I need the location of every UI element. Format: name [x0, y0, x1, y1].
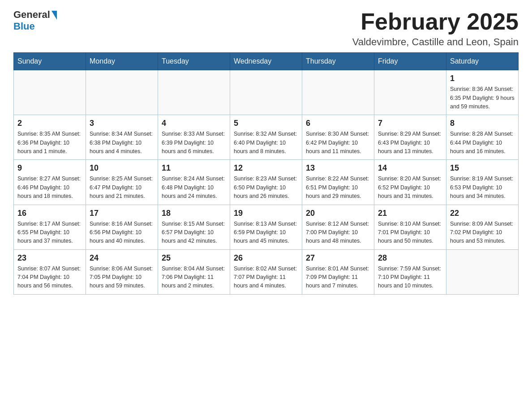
calendar-cell — [230, 70, 302, 115]
day-number: 25 — [162, 253, 226, 263]
day-number: 8 — [450, 119, 515, 128]
calendar-cell: 26Sunrise: 8:02 AM Sunset: 7:07 PM Dayli… — [230, 249, 302, 294]
calendar-cell: 6Sunrise: 8:30 AM Sunset: 6:42 PM Daylig… — [302, 115, 374, 160]
day-info: Sunrise: 8:04 AM Sunset: 7:06 PM Dayligh… — [162, 265, 226, 291]
day-info: Sunrise: 8:30 AM Sunset: 6:42 PM Dayligh… — [306, 130, 370, 156]
calendar-cell: 7Sunrise: 8:29 AM Sunset: 6:43 PM Daylig… — [374, 115, 446, 160]
day-number: 2 — [17, 119, 82, 128]
calendar-cell: 2Sunrise: 8:35 AM Sunset: 6:36 PM Daylig… — [14, 115, 86, 160]
day-info: Sunrise: 8:20 AM Sunset: 6:52 PM Dayligh… — [378, 175, 442, 201]
calendar-cell: 28Sunrise: 7:59 AM Sunset: 7:10 PM Dayli… — [374, 249, 446, 294]
day-number: 13 — [306, 163, 370, 173]
day-info: Sunrise: 8:23 AM Sunset: 6:50 PM Dayligh… — [234, 175, 298, 201]
day-info: Sunrise: 8:10 AM Sunset: 7:01 PM Dayligh… — [378, 220, 442, 246]
day-number: 24 — [90, 253, 154, 263]
calendar-cell — [374, 70, 446, 115]
calendar-cell — [302, 70, 374, 115]
page-header: General Blue February 2025 Valdevimbre, … — [13, 9, 519, 48]
calendar-cell: 5Sunrise: 8:32 AM Sunset: 6:40 PM Daylig… — [230, 115, 302, 160]
day-number: 18 — [162, 209, 226, 218]
calendar-cell — [158, 70, 230, 115]
day-info: Sunrise: 8:29 AM Sunset: 6:43 PM Dayligh… — [378, 130, 442, 156]
calendar-cell: 1Sunrise: 8:36 AM Sunset: 6:35 PM Daylig… — [446, 70, 519, 115]
day-info: Sunrise: 8:32 AM Sunset: 6:40 PM Dayligh… — [234, 130, 298, 156]
day-info: Sunrise: 8:22 AM Sunset: 6:51 PM Dayligh… — [306, 175, 370, 201]
day-info: Sunrise: 8:33 AM Sunset: 6:39 PM Dayligh… — [162, 130, 226, 156]
day-info: Sunrise: 7:59 AM Sunset: 7:10 PM Dayligh… — [378, 265, 442, 291]
day-number: 1 — [450, 74, 515, 83]
calendar-cell: 13Sunrise: 8:22 AM Sunset: 6:51 PM Dayli… — [302, 160, 374, 205]
title-block: February 2025 Valdevimbre, Castille and … — [352, 9, 519, 48]
logo-general-text: General — [13, 9, 50, 21]
calendar-cell: 10Sunrise: 8:25 AM Sunset: 6:47 PM Dayli… — [86, 160, 158, 205]
day-number: 22 — [450, 209, 515, 218]
day-number: 26 — [234, 253, 298, 263]
day-number: 21 — [378, 209, 442, 218]
calendar-cell: 24Sunrise: 8:06 AM Sunset: 7:05 PM Dayli… — [86, 249, 158, 294]
calendar-week-2: 2Sunrise: 8:35 AM Sunset: 6:36 PM Daylig… — [14, 115, 519, 160]
calendar-cell: 15Sunrise: 8:19 AM Sunset: 6:53 PM Dayli… — [446, 160, 519, 205]
day-number: 9 — [17, 163, 82, 173]
day-number: 4 — [162, 119, 226, 128]
day-info: Sunrise: 8:12 AM Sunset: 7:00 PM Dayligh… — [306, 220, 370, 246]
calendar-cell — [14, 70, 86, 115]
calendar-cell: 17Sunrise: 8:16 AM Sunset: 6:56 PM Dayli… — [86, 205, 158, 249]
calendar-cell: 8Sunrise: 8:28 AM Sunset: 6:44 PM Daylig… — [446, 115, 519, 160]
day-info: Sunrise: 8:15 AM Sunset: 6:57 PM Dayligh… — [162, 220, 226, 246]
calendar-week-5: 23Sunrise: 8:07 AM Sunset: 7:04 PM Dayli… — [14, 249, 519, 294]
calendar-week-3: 9Sunrise: 8:27 AM Sunset: 6:46 PM Daylig… — [14, 160, 519, 205]
day-number: 15 — [450, 163, 515, 173]
day-number: 27 — [306, 253, 370, 263]
calendar-week-1: 1Sunrise: 8:36 AM Sunset: 6:35 PM Daylig… — [14, 70, 519, 115]
calendar-cell: 25Sunrise: 8:04 AM Sunset: 7:06 PM Dayli… — [158, 249, 230, 294]
weekday-row: SundayMondayTuesdayWednesdayThursdayFrid… — [14, 53, 519, 70]
main-title: February 2025 — [352, 9, 519, 34]
day-info: Sunrise: 8:36 AM Sunset: 6:35 PM Dayligh… — [450, 85, 515, 111]
weekday-header-sunday: Sunday — [14, 53, 86, 70]
weekday-header-wednesday: Wednesday — [230, 53, 302, 70]
day-info: Sunrise: 8:17 AM Sunset: 6:55 PM Dayligh… — [17, 220, 82, 246]
day-number: 20 — [306, 209, 370, 218]
day-number: 5 — [234, 119, 298, 128]
day-info: Sunrise: 8:02 AM Sunset: 7:07 PM Dayligh… — [234, 265, 298, 291]
day-info: Sunrise: 8:16 AM Sunset: 6:56 PM Dayligh… — [90, 220, 154, 246]
day-number: 28 — [378, 253, 442, 263]
day-info: Sunrise: 8:09 AM Sunset: 7:02 PM Dayligh… — [450, 220, 515, 246]
day-info: Sunrise: 8:35 AM Sunset: 6:36 PM Dayligh… — [17, 130, 82, 156]
day-number: 10 — [90, 163, 154, 173]
calendar-cell — [446, 249, 519, 294]
calendar-cell: 12Sunrise: 8:23 AM Sunset: 6:50 PM Dayli… — [230, 160, 302, 205]
calendar-cell: 19Sunrise: 8:13 AM Sunset: 6:59 PM Dayli… — [230, 205, 302, 249]
calendar-cell: 11Sunrise: 8:24 AM Sunset: 6:48 PM Dayli… — [158, 160, 230, 205]
weekday-header-saturday: Saturday — [446, 53, 519, 70]
calendar-header: SundayMondayTuesdayWednesdayThursdayFrid… — [14, 53, 519, 70]
day-info: Sunrise: 8:28 AM Sunset: 6:44 PM Dayligh… — [450, 130, 515, 156]
logo: General Blue — [13, 9, 57, 32]
day-number: 11 — [162, 163, 226, 173]
calendar-table: SundayMondayTuesdayWednesdayThursdayFrid… — [13, 52, 519, 295]
weekday-header-tuesday: Tuesday — [158, 53, 230, 70]
day-number: 3 — [90, 119, 154, 128]
weekday-header-friday: Friday — [374, 53, 446, 70]
day-number: 7 — [378, 119, 442, 128]
day-number: 23 — [17, 253, 82, 263]
logo-blue-text: Blue — [13, 21, 35, 32]
day-info: Sunrise: 8:07 AM Sunset: 7:04 PM Dayligh… — [17, 265, 82, 291]
day-number: 12 — [234, 163, 298, 173]
day-number: 16 — [17, 209, 82, 218]
calendar-cell: 18Sunrise: 8:15 AM Sunset: 6:57 PM Dayli… — [158, 205, 230, 249]
calendar-cell: 16Sunrise: 8:17 AM Sunset: 6:55 PM Dayli… — [14, 205, 86, 249]
weekday-header-monday: Monday — [86, 53, 158, 70]
calendar-cell: 23Sunrise: 8:07 AM Sunset: 7:04 PM Dayli… — [14, 249, 86, 294]
day-info: Sunrise: 8:13 AM Sunset: 6:59 PM Dayligh… — [234, 220, 298, 246]
day-info: Sunrise: 8:19 AM Sunset: 6:53 PM Dayligh… — [450, 175, 515, 201]
day-info: Sunrise: 8:27 AM Sunset: 6:46 PM Dayligh… — [17, 175, 82, 201]
calendar-cell: 21Sunrise: 8:10 AM Sunset: 7:01 PM Dayli… — [374, 205, 446, 249]
calendar-cell: 22Sunrise: 8:09 AM Sunset: 7:02 PM Dayli… — [446, 205, 519, 249]
logo-arrow-icon — [51, 11, 57, 20]
calendar-body: 1Sunrise: 8:36 AM Sunset: 6:35 PM Daylig… — [14, 70, 519, 295]
calendar-cell: 3Sunrise: 8:34 AM Sunset: 6:38 PM Daylig… — [86, 115, 158, 160]
day-info: Sunrise: 8:24 AM Sunset: 6:48 PM Dayligh… — [162, 175, 226, 201]
day-info: Sunrise: 8:01 AM Sunset: 7:09 PM Dayligh… — [306, 265, 370, 291]
calendar-cell: 4Sunrise: 8:33 AM Sunset: 6:39 PM Daylig… — [158, 115, 230, 160]
